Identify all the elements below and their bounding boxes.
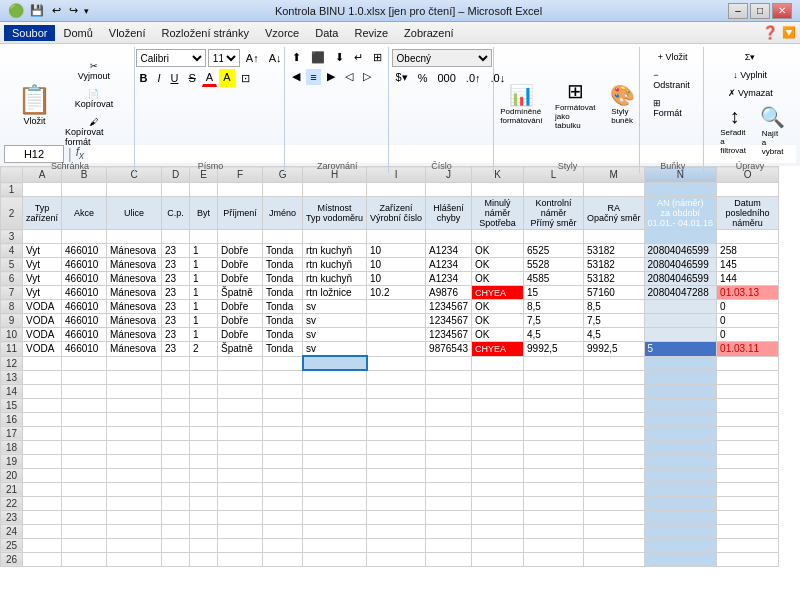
cell-E7[interactable]: 1 — [190, 286, 218, 300]
align-middle-button[interactable]: ⬛ — [307, 49, 329, 66]
cell-M10[interactable]: 4,5 — [584, 328, 645, 342]
row-num-3[interactable]: 3 — [1, 230, 23, 244]
cell-G6[interactable]: Tonda — [263, 272, 303, 286]
comma-button[interactable]: 000 — [434, 70, 460, 86]
cell-B2[interactable]: Akce — [62, 197, 107, 230]
cell-H3[interactable] — [303, 230, 367, 244]
strikethrough-button[interactable]: S — [184, 70, 199, 86]
format-painter-button[interactable]: 🖌 Kopírovat formát — [60, 114, 128, 150]
cell-J9[interactable]: 1234567 — [426, 314, 472, 328]
cell-G8[interactable]: Tonda — [263, 300, 303, 314]
cell-I7[interactable]: 10.2 — [367, 286, 426, 300]
cell-F11[interactable]: Špatně — [218, 342, 263, 357]
cell-L7[interactable]: 15 — [524, 286, 584, 300]
cell-A9[interactable]: VODA — [23, 314, 62, 328]
underline-button[interactable]: U — [167, 70, 183, 86]
cell-J12[interactable] — [426, 356, 472, 370]
cell-J3[interactable] — [426, 230, 472, 244]
undo-icon[interactable]: ↩ — [52, 4, 61, 17]
cell-B11[interactable]: 466010 — [62, 342, 107, 357]
cell-L1[interactable] — [524, 183, 584, 197]
cell-B1[interactable] — [62, 183, 107, 197]
cell-L11[interactable]: 9992,5 — [524, 342, 584, 357]
cell-F7[interactable]: Špatně — [218, 286, 263, 300]
cell-N7[interactable]: 20804047288 — [644, 286, 717, 300]
cell-H1[interactable] — [303, 183, 367, 197]
cell-E2[interactable]: Byt — [190, 197, 218, 230]
cell-I8[interactable] — [367, 300, 426, 314]
cell-J10[interactable]: 1234567 — [426, 328, 472, 342]
cell-K9[interactable]: OK — [472, 314, 524, 328]
cell-F6[interactable]: Dobře — [218, 272, 263, 286]
cell-E11[interactable]: 2 — [190, 342, 218, 357]
cell-E1[interactable] — [190, 183, 218, 197]
row-num-6[interactable]: 6 — [1, 272, 23, 286]
cell-L4[interactable]: 6525 — [524, 244, 584, 258]
cell-L9[interactable]: 7,5 — [524, 314, 584, 328]
cell-D10[interactable]: 23 — [162, 328, 190, 342]
menu-item-revize[interactable]: Revize — [346, 25, 396, 41]
row-num-2[interactable]: 2 — [1, 197, 23, 230]
cell-M11[interactable]: 9992,5 — [584, 342, 645, 357]
italic-button[interactable]: I — [153, 70, 164, 86]
cell-J6[interactable]: A1234 — [426, 272, 472, 286]
cell-F10[interactable]: Dobře — [218, 328, 263, 342]
row-num-9[interactable]: 9 — [1, 314, 23, 328]
conditional-format-button[interactable]: 📊Podmíněnéformátování — [496, 75, 547, 133]
cell-B12[interactable] — [62, 356, 107, 370]
cell-C4[interactable]: Mánesova — [107, 244, 162, 258]
cell-O11[interactable]: 01.03.11 — [717, 342, 779, 357]
cell-L12[interactable] — [524, 356, 584, 370]
cell-C8[interactable]: Mánesova — [107, 300, 162, 314]
align-top-button[interactable]: ⬆ — [288, 49, 305, 66]
cell-M4[interactable]: 53182 — [584, 244, 645, 258]
cell-A12[interactable] — [23, 356, 62, 370]
menu-item-zobrazeni[interactable]: Zobrazení — [396, 25, 462, 41]
cell-C2[interactable]: Ulice — [107, 197, 162, 230]
bold-button[interactable]: B — [136, 70, 152, 86]
cell-H9[interactable]: sv — [303, 314, 367, 328]
cell-G1[interactable] — [263, 183, 303, 197]
cell-B6[interactable]: 466010 — [62, 272, 107, 286]
cell-F1[interactable] — [218, 183, 263, 197]
cell-N10[interactable] — [644, 328, 717, 342]
cell-A11[interactable]: VODA — [23, 342, 62, 357]
cell-O3[interactable] — [717, 230, 779, 244]
cell-E9[interactable]: 1 — [190, 314, 218, 328]
cell-H12[interactable] — [303, 356, 367, 370]
cell-E5[interactable]: 1 — [190, 258, 218, 272]
cell-B9[interactable]: 466010 — [62, 314, 107, 328]
cell-F2[interactable]: Příjmení — [218, 197, 263, 230]
cell-B4[interactable]: 466010 — [62, 244, 107, 258]
cell-A4[interactable]: Vyt — [23, 244, 62, 258]
cell-K2[interactable]: MinulýnáměrSpotřeba — [472, 197, 524, 230]
cell-H6[interactable]: rtn kuchyň — [303, 272, 367, 286]
cell-F12[interactable] — [218, 356, 263, 370]
cell-H7[interactable]: rtn ložnice — [303, 286, 367, 300]
maximize-button[interactable]: □ — [750, 3, 770, 19]
menu-item-vlozeni[interactable]: Vložení — [101, 25, 154, 41]
cell-G2[interactable]: Jméno — [263, 197, 303, 230]
cell-B8[interactable]: 466010 — [62, 300, 107, 314]
delete-cells-button[interactable]: − Odstranit — [648, 67, 697, 93]
cell-G10[interactable]: Tonda — [263, 328, 303, 342]
cell-M9[interactable]: 7,5 — [584, 314, 645, 328]
cell-H5[interactable]: rtn kuchyň — [303, 258, 367, 272]
indent-decrease-button[interactable]: ◁ — [341, 68, 357, 85]
cell-H4[interactable]: rtn kuchyň — [303, 244, 367, 258]
cell-G5[interactable]: Tonda — [263, 258, 303, 272]
cell-styles-button[interactable]: 🎨Stylybuněk — [605, 75, 639, 133]
cell-C12[interactable] — [107, 356, 162, 370]
cell-D12[interactable] — [162, 356, 190, 370]
cell-M6[interactable]: 53182 — [584, 272, 645, 286]
cell-E10[interactable]: 1 — [190, 328, 218, 342]
cell-D4[interactable]: 23 — [162, 244, 190, 258]
cell-C11[interactable]: Mánesova — [107, 342, 162, 357]
cell-C5[interactable]: Mánesova — [107, 258, 162, 272]
cell-C10[interactable]: Mánesova — [107, 328, 162, 342]
cell-E4[interactable]: 1 — [190, 244, 218, 258]
cell-K7[interactable]: CHYEA — [472, 286, 524, 300]
cell-H2[interactable]: MístnostTyp vodoměru — [303, 197, 367, 230]
cell-K12[interactable] — [472, 356, 524, 370]
cell-L3[interactable] — [524, 230, 584, 244]
